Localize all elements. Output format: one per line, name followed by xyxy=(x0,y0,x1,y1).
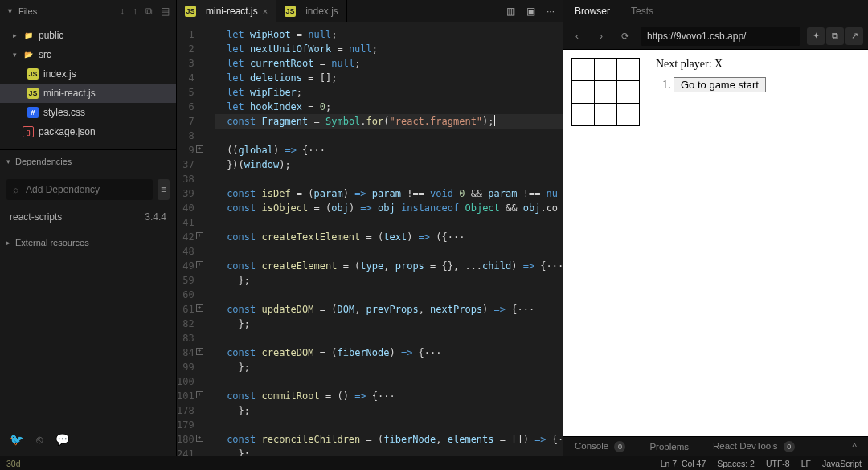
code-line[interactable]: let currentRoot = null; xyxy=(215,56,563,71)
code-line[interactable]: ((global) => {··· xyxy=(215,143,563,157)
fold-icon[interactable]: + xyxy=(196,304,203,312)
panel-expand-icon[interactable]: ^ xyxy=(853,442,857,452)
line-number: 180+ xyxy=(177,432,194,447)
goto-start-button[interactable]: Go to game start xyxy=(674,77,766,92)
code-line[interactable]: }; xyxy=(215,360,563,374)
dependency-react-scripts[interactable]: react-scripts3.4.4 xyxy=(0,206,176,227)
game-board[interactable] xyxy=(571,58,640,126)
new-file-icon[interactable]: ▤ xyxy=(161,6,170,17)
move-list: Go to game start xyxy=(656,77,766,92)
code-line[interactable]: let nextUnitOfWork = null; xyxy=(215,42,563,56)
fold-icon[interactable]: + xyxy=(196,391,203,398)
code-line[interactable]: const createDOM = (fiberNode) => {··· xyxy=(215,345,563,360)
code-line[interactable]: }; xyxy=(215,317,563,331)
dependencies-header[interactable]: ▾ Dependencies xyxy=(0,150,176,173)
files-header[interactable]: ▼ Files ↓ ↑ ⧉ ▤ xyxy=(0,0,176,22)
address-bar[interactable] xyxy=(641,27,800,46)
twitter-icon[interactable]: 🐦 xyxy=(10,433,23,446)
add-dependency-input[interactable] xyxy=(6,179,153,200)
code-line[interactable]: let wipFiber; xyxy=(215,85,563,100)
code-line[interactable]: }; xyxy=(215,447,563,456)
more-icon[interactable]: ··· xyxy=(547,6,555,17)
code-line[interactable] xyxy=(215,215,563,230)
fold-icon[interactable]: + xyxy=(196,348,203,355)
tree-item-src[interactable]: ▾📂src xyxy=(0,45,176,64)
status-left[interactable]: 30d xyxy=(6,459,21,468)
code-line[interactable]: }; xyxy=(215,403,563,418)
github-icon[interactable]: ⎋ xyxy=(36,433,43,446)
code-line[interactable]: let deletions = []; xyxy=(215,71,563,85)
discord-icon[interactable]: 💬 xyxy=(55,433,69,446)
line-number: 39 xyxy=(177,186,194,201)
code-line[interactable] xyxy=(215,288,563,302)
status-bar: 30d Ln 7, Col 47Spaces: 2UTF-8LFJavaScri… xyxy=(0,456,868,470)
open-external-icon[interactable]: ↗ xyxy=(845,27,863,45)
panel-react-devtools[interactable]: React DevTools 0 xyxy=(713,441,795,452)
nav-back-icon[interactable]: ‹ xyxy=(568,27,586,45)
browser-preview[interactable]: Next player: X Go to game start xyxy=(563,50,868,436)
fold-icon[interactable]: + xyxy=(196,145,203,153)
line-number: 101+ xyxy=(177,389,194,403)
code-line[interactable] xyxy=(215,244,563,259)
download-icon[interactable]: ↓ xyxy=(120,6,125,17)
status-item-2[interactable]: UTF-8 xyxy=(766,459,790,468)
code-line[interactable]: const isDef = (param) => param !== void … xyxy=(215,186,563,201)
code-line[interactable] xyxy=(215,129,563,143)
code-line[interactable]: const isObject = (obj) => obj instanceof… xyxy=(215,201,563,215)
tree-item-styles-css[interactable]: #styles.css xyxy=(0,103,176,122)
devtools-icon[interactable]: ✦ xyxy=(807,27,825,45)
code-line[interactable] xyxy=(215,331,563,345)
line-number: 61+ xyxy=(177,302,194,317)
panel-problems[interactable]: Problems xyxy=(649,442,689,452)
chevron-down-icon: ▼ xyxy=(6,7,14,15)
code-line[interactable] xyxy=(215,418,563,432)
code-line[interactable]: const createTextElement = (text) => ({··… xyxy=(215,230,563,244)
panel-console[interactable]: Console 0 xyxy=(575,441,625,452)
fold-icon[interactable]: + xyxy=(196,232,203,239)
nav-forward-icon[interactable]: › xyxy=(592,27,610,45)
code-line[interactable] xyxy=(215,374,563,389)
tab-tests[interactable]: Tests xyxy=(631,6,653,17)
files-label: Files xyxy=(18,6,37,16)
code-line[interactable]: const reconcileChildren = (fiberNode, el… xyxy=(215,432,563,447)
status-item-4[interactable]: JavaScript xyxy=(822,459,862,468)
tree-item-package-json[interactable]: {}package.json xyxy=(0,122,176,141)
pane-toggle-icon[interactable]: ▣ xyxy=(526,6,535,17)
line-number: 9+ xyxy=(177,143,194,157)
tree-item-index-js[interactable]: JSindex.js xyxy=(0,64,176,84)
upload-icon[interactable]: ↑ xyxy=(133,6,137,17)
nav-reload-icon[interactable]: ⟳ xyxy=(616,27,634,45)
code-line[interactable]: const createElement = (type, props = {},… xyxy=(215,259,563,273)
tab-browser[interactable]: Browser xyxy=(575,6,610,17)
status-item-3[interactable]: LF xyxy=(801,459,811,468)
status-item-1[interactable]: Spaces: 2 xyxy=(717,459,755,468)
code-line[interactable] xyxy=(215,172,563,186)
code-line[interactable]: })(window); xyxy=(215,157,563,172)
close-icon[interactable]: × xyxy=(263,6,268,16)
folder-open-icon: 📂 xyxy=(23,49,34,60)
line-number: 178 xyxy=(177,403,194,418)
copy-icon[interactable]: ⧉ xyxy=(826,27,844,45)
dep-menu-button[interactable]: ≡ xyxy=(158,179,170,200)
code-line[interactable]: const updateDOM = (DOM, prevProps, nextP… xyxy=(215,302,563,317)
external-resources-header[interactable]: ▸ External resources xyxy=(0,231,176,253)
tree-item-mini-react-js[interactable]: JSmini-react.js xyxy=(0,84,176,103)
fold-icon[interactable]: + xyxy=(196,435,203,442)
external-resources-label: External resources xyxy=(15,238,89,247)
split-editor-icon[interactable]: ▥ xyxy=(506,6,515,17)
code-line[interactable]: let wipRoot = null; xyxy=(215,27,563,42)
code-line[interactable]: }; xyxy=(215,273,563,288)
code-line[interactable]: let hookIndex = 0; xyxy=(215,100,563,114)
code-line[interactable]: const commitRoot = () => {··· xyxy=(215,389,563,403)
code-editor[interactable]: 123456789+373839404142+4849+596061+82838… xyxy=(177,22,563,456)
new-folder-icon[interactable]: ⧉ xyxy=(145,6,153,17)
editor-tab-mini-react-js[interactable]: JSmini-react.js× xyxy=(177,0,276,22)
code-line[interactable]: const Fragment = Symbol.for("react.fragm… xyxy=(215,114,563,129)
fold-icon[interactable]: + xyxy=(196,261,203,268)
social-links: 🐦 ⎋ 💬 xyxy=(0,423,176,456)
tree-item-public[interactable]: ▸📁public xyxy=(0,26,176,45)
line-number: 41 xyxy=(177,215,194,230)
editor-tab-index-js[interactable]: JSindex.js xyxy=(276,0,347,22)
status-item-0[interactable]: Ln 7, Col 47 xyxy=(661,459,706,468)
json-file-icon: {} xyxy=(23,126,34,137)
